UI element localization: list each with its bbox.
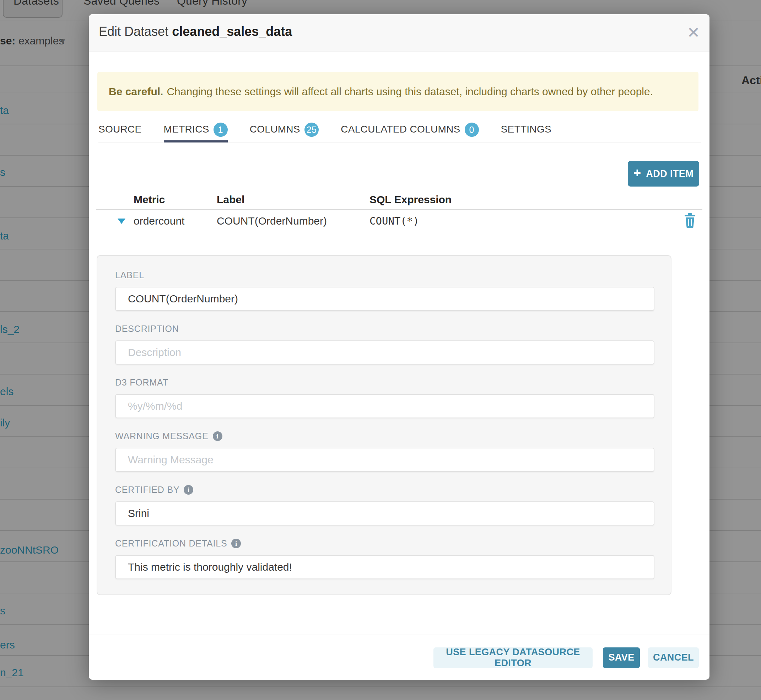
tab-settings[interactable]: SETTINGS [501,121,552,142]
dataset-editor-tabs: SOURCE METRICS 1 COLUMNS 25 CALCULATED C… [98,121,701,142]
tab-label: CALCULATED COLUMNS [341,123,460,135]
info-icon[interactable]: i [184,485,193,495]
save-button[interactable]: SAVE [603,647,640,668]
warning-banner: Be careful.Changing these settings will … [97,72,698,111]
metric-label-cell: COUNT(OrderNumber) [217,215,327,227]
info-icon[interactable]: i [231,539,241,548]
calculated-columns-count-badge: 0 [465,123,479,137]
cancel-button[interactable]: CANCEL [648,647,699,668]
metric-edit-panel: LABEL DESCRIPTION D3 FORMAT WARNING MESS… [97,255,672,595]
warning-banner-bold: Be careful. [109,86,163,97]
metric-sql-cell: COUNT(*) [369,215,419,227]
description-input[interactable] [115,341,655,364]
tab-label: SOURCE [98,123,142,135]
trash-icon[interactable] [683,212,697,228]
plus-icon: + [633,166,641,181]
modal-title: Edit Dataset cleaned_sales_data [99,24,292,39]
warning-message-input[interactable] [115,448,655,472]
close-icon[interactable]: ✕ [683,22,704,43]
d3-format-field-label: D3 FORMAT [115,377,653,388]
certified-by-input[interactable] [115,502,655,525]
metric-name-cell: ordercount [134,215,184,227]
add-item-label: ADD ITEM [646,169,694,180]
modal-footer: USE LEGACY DATASOURCE EDITOR SAVE CANCEL [89,635,699,680]
label-field-label: LABEL [115,270,653,280]
warning-message-field-label: WARNING MESSAGE i [115,431,653,441]
column-header-label: Label [217,194,244,206]
collapse-caret-icon[interactable] [117,219,125,224]
d3-format-input[interactable] [115,394,655,418]
column-header-metric: Metric [134,194,165,206]
metrics-table-header-divider [96,209,702,210]
tab-label: SETTINGS [501,123,552,135]
use-legacy-datasource-editor-button[interactable]: USE LEGACY DATASOURCE EDITOR [433,647,592,668]
warning-banner-text: Changing these settings will affect all … [167,86,653,97]
info-icon[interactable]: i [213,431,222,441]
columns-count-badge: 25 [305,123,319,137]
tab-source[interactable]: SOURCE [98,121,142,142]
tab-label: COLUMNS [250,123,300,135]
tab-columns[interactable]: COLUMNS 25 [250,121,319,142]
description-field-label: DESCRIPTION [115,324,653,334]
modal-title-prefix: Edit Dataset [99,24,169,39]
tab-label: METRICS [164,123,209,135]
certification-details-field-label: CERTIFICATION DETAILS i [115,538,653,548]
tab-calculated-columns[interactable]: CALCULATED COLUMNS 0 [341,121,478,142]
screen: Datasets Saved Queries Query History se:… [0,0,761,700]
edit-dataset-modal: Edit Dataset cleaned_sales_data ✕ Be car… [89,14,709,680]
column-header-sql-expression: SQL Expression [369,194,452,206]
label-input[interactable] [115,287,655,311]
modal-header: Edit Dataset cleaned_sales_data ✕ [89,14,709,52]
metrics-count-badge: 1 [214,123,228,137]
certification-details-input[interactable] [115,555,655,579]
modal-title-dataset-name: cleaned_sales_data [172,24,292,39]
tab-metrics[interactable]: METRICS 1 [164,121,228,142]
add-item-button[interactable]: + ADD ITEM [628,161,699,186]
certified-by-field-label: CERTIFIED BY i [115,485,653,495]
